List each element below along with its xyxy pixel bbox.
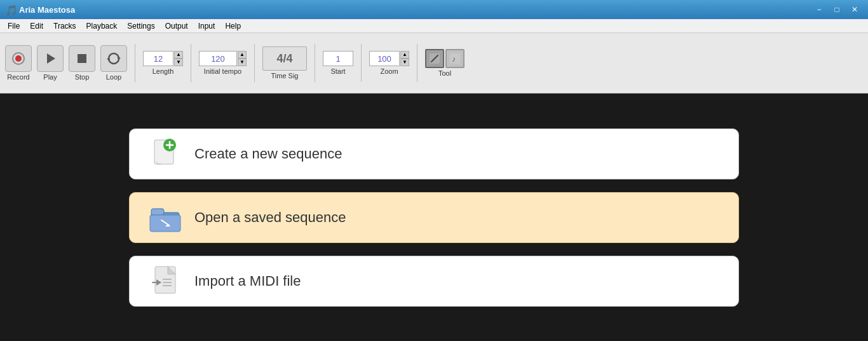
create-sequence-card[interactable]: Create a new sequence (129, 129, 739, 179)
new-file-icon (149, 137, 181, 170)
length-input-wrap: ▲ ▼ (143, 51, 183, 66)
separator-5 (361, 44, 362, 82)
tool-label: Tool (438, 69, 451, 77)
svg-marker-4 (118, 55, 121, 59)
title-bar: 🎵 Aria Maestosa − □ ✕ (0, 0, 868, 19)
play-label: Play (43, 73, 57, 81)
svg-marker-5 (107, 59, 110, 62)
svg-rect-3 (78, 54, 86, 63)
menu-bar: File Edit Tracks Playback Settings Outpu… (0, 19, 868, 33)
time-sig-label: Time Sig (271, 72, 299, 80)
zoom-input-wrap: ▲ ▼ (369, 51, 409, 66)
menu-file[interactable]: File (3, 20, 25, 32)
import-midi-card[interactable]: Import a MIDI file (129, 256, 739, 307)
close-button[interactable]: ✕ (846, 3, 863, 16)
start-label: Start (330, 67, 345, 75)
create-icon (149, 137, 182, 170)
tool-icons-row: ♪ (425, 49, 465, 68)
pencil-icon (429, 53, 440, 64)
menu-tracks[interactable]: Tracks (48, 20, 81, 32)
window-controls: − □ ✕ (811, 3, 863, 16)
length-down-arrow[interactable]: ▼ (174, 59, 183, 66)
stop-icon (74, 51, 90, 66)
zoom-arrows: ▲ ▼ (400, 51, 409, 66)
music-note-icon: ♪ (449, 53, 461, 64)
svg-text:♪: ♪ (452, 55, 456, 64)
svg-rect-21 (155, 267, 175, 293)
length-input[interactable] (143, 51, 173, 66)
length-label: Length (153, 67, 174, 75)
tempo-group: ▲ ▼ Initial tempo (199, 51, 247, 75)
import-label: Import a MIDI file (194, 273, 301, 289)
svg-marker-2 (47, 53, 55, 64)
time-sig-display[interactable]: 4/4 (262, 46, 307, 71)
svg-point-1 (15, 55, 22, 62)
title-bar-left: 🎵 Aria Maestosa (5, 4, 75, 15)
play-icon (43, 51, 58, 66)
midi-import-icon (149, 263, 182, 298)
main-content: Create a new sequence Open a saved seque… (0, 94, 868, 341)
separator-1 (135, 44, 135, 82)
start-group: Start (323, 51, 353, 75)
menu-settings[interactable]: Settings (122, 20, 159, 32)
app-title: Aria Maestosa (19, 5, 75, 15)
zoom-group: ▲ ▼ Zoom (369, 51, 409, 75)
pencil-tool-button[interactable] (425, 49, 444, 68)
zoom-label: Zoom (380, 67, 398, 75)
play-button[interactable] (37, 45, 64, 72)
time-sig-group: 4/4 Time Sig (262, 46, 307, 80)
tempo-arrows: ▲ ▼ (238, 51, 247, 66)
open-file-icon (149, 201, 182, 234)
zoom-down-arrow[interactable]: ▼ (400, 59, 409, 66)
create-label: Create a new sequence (194, 146, 342, 162)
play-group: Play (37, 45, 64, 81)
maximize-button[interactable]: □ (829, 3, 845, 16)
separator-4 (315, 44, 315, 82)
length-up-arrow[interactable]: ▲ (174, 51, 183, 59)
open-sequence-card[interactable]: Open a saved sequence (129, 192, 739, 243)
app-icon: 🎵 (5, 4, 15, 15)
stop-label: Stop (75, 73, 90, 81)
svg-rect-17 (151, 209, 164, 215)
record-button[interactable] (5, 45, 32, 72)
length-group: ▲ ▼ Length (143, 51, 183, 75)
menu-edit[interactable]: Edit (25, 20, 48, 32)
tempo-input-wrap: ▲ ▼ (199, 51, 247, 66)
open-icon (149, 201, 182, 234)
tempo-label: Initial tempo (204, 67, 241, 75)
zoom-input[interactable] (369, 51, 400, 66)
loop-group: Loop (100, 45, 127, 81)
minimize-button[interactable]: − (811, 3, 827, 16)
separator-6 (417, 44, 417, 82)
menu-help[interactable]: Help (220, 20, 246, 32)
record-icon (11, 51, 26, 66)
menu-input[interactable]: Input (193, 20, 220, 32)
record-group: Record (5, 45, 32, 81)
toolbar: Record Play Stop Loop (0, 33, 868, 94)
length-arrows: ▲ ▼ (174, 51, 183, 66)
tempo-up-arrow[interactable]: ▲ (238, 51, 247, 59)
stop-group: Stop (69, 45, 95, 81)
loop-button[interactable] (100, 45, 127, 72)
tool-group: ♪ Tool (425, 49, 465, 77)
separator-2 (191, 44, 191, 82)
import-icon (149, 265, 182, 298)
start-input[interactable] (323, 51, 353, 66)
open-label: Open a saved sequence (194, 209, 346, 226)
loop-label: Loop (106, 73, 121, 81)
menu-playback[interactable]: Playback (81, 20, 123, 32)
separator-3 (254, 44, 255, 82)
tempo-down-arrow[interactable]: ▼ (238, 59, 247, 66)
tempo-input[interactable] (199, 51, 237, 66)
stop-button[interactable] (69, 45, 95, 72)
loop-icon (105, 50, 122, 67)
note-tool-button[interactable]: ♪ (445, 49, 465, 68)
zoom-up-arrow[interactable]: ▲ (400, 51, 409, 59)
menu-output[interactable]: Output (160, 20, 193, 32)
record-label: Record (7, 73, 29, 81)
start-input-wrap (323, 51, 353, 66)
